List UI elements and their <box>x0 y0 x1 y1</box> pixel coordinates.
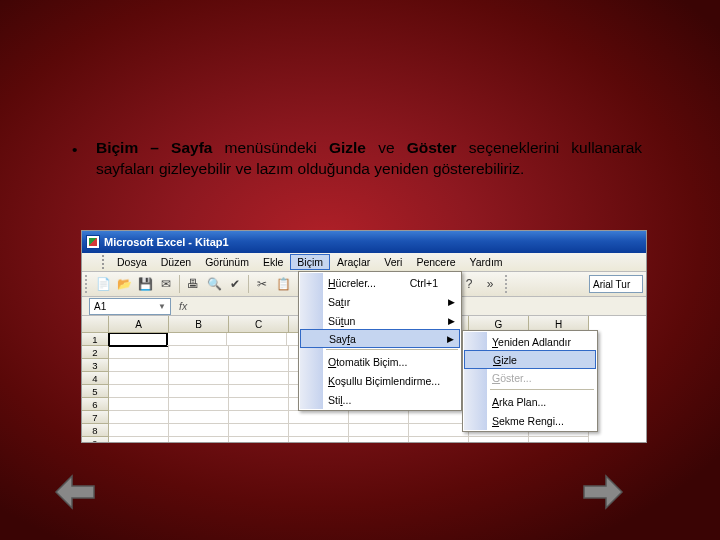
cell[interactable] <box>167 333 227 346</box>
row-header[interactable]: 1 <box>82 333 109 346</box>
cell[interactable] <box>229 424 289 437</box>
menu-item[interactable]: Koşullu Biçimlendirme... <box>300 371 460 390</box>
menubar[interactable]: Dosya Düzen Görünüm Ekle Biçim Araçlar V… <box>82 253 646 272</box>
preview-icon[interactable]: 🔍 <box>204 274 224 294</box>
cell[interactable] <box>409 424 469 437</box>
menu-item[interactable]: Hücreler...Ctrl+1 <box>300 273 460 292</box>
cell[interactable] <box>169 398 229 411</box>
row-header[interactable]: 9 <box>82 437 109 442</box>
cell[interactable] <box>169 346 229 359</box>
fx-icon[interactable]: fx <box>179 300 187 312</box>
cell[interactable] <box>169 385 229 398</box>
spell-icon[interactable]: ✔ <box>225 274 245 294</box>
help-icon[interactable]: ? <box>459 274 479 294</box>
chevron-right-icon: ▶ <box>447 334 454 344</box>
mail-icon[interactable]: ✉ <box>156 274 176 294</box>
menu-pencere[interactable]: Pencere <box>409 254 462 270</box>
row-header[interactable]: 5 <box>82 385 109 398</box>
copy-icon[interactable]: 📋 <box>273 274 293 294</box>
cell[interactable] <box>229 359 289 372</box>
col-header[interactable]: C <box>229 316 289 333</box>
row-header[interactable]: 8 <box>82 424 109 437</box>
cell[interactable] <box>229 346 289 359</box>
menu-item[interactable]: Sütun▶ <box>300 311 460 330</box>
grip-icon <box>102 255 106 269</box>
cell[interactable] <box>109 398 169 411</box>
cell[interactable] <box>109 372 169 385</box>
row-header[interactable]: 6 <box>82 398 109 411</box>
col-header[interactable]: B <box>169 316 229 333</box>
menu-item[interactable]: Sekme Rengi... <box>464 411 596 430</box>
excel-icon <box>86 235 100 249</box>
cell[interactable] <box>229 385 289 398</box>
menu-item[interactable]: Stil... <box>300 390 460 409</box>
cut-icon[interactable]: ✂ <box>252 274 272 294</box>
titlebar: Microsoft Excel - Kitap1 <box>82 231 646 253</box>
menu-dosya[interactable]: Dosya <box>110 254 154 270</box>
cell[interactable] <box>169 424 229 437</box>
cell[interactable] <box>169 359 229 372</box>
cell[interactable] <box>229 411 289 424</box>
slide-text: Biçim – Sayfa menüsündeki Gizle ve Göste… <box>96 138 642 180</box>
select-all-corner[interactable] <box>82 316 109 333</box>
menu-item[interactable]: Gizle <box>464 350 596 369</box>
cell[interactable] <box>349 411 409 424</box>
cell[interactable] <box>229 398 289 411</box>
font-selector[interactable]: Arial Tur <box>589 275 643 293</box>
cell[interactable] <box>109 385 169 398</box>
cell[interactable] <box>349 424 409 437</box>
menu-item[interactable]: Otomatik Biçim... <box>300 352 460 371</box>
menu-item[interactable]: Yeniden Adlandır <box>464 332 596 351</box>
menu-item[interactable]: Arka Plan... <box>464 392 596 411</box>
cell[interactable] <box>109 424 169 437</box>
cell[interactable] <box>409 437 469 442</box>
menu-gorunum[interactable]: Görünüm <box>198 254 256 270</box>
name-box[interactable]: A1▼ <box>89 298 171 315</box>
cell[interactable] <box>289 437 349 442</box>
new-icon[interactable]: 📄 <box>93 274 113 294</box>
cell[interactable] <box>169 437 229 442</box>
cell[interactable] <box>109 437 169 442</box>
cell[interactable] <box>289 424 349 437</box>
cell[interactable] <box>169 411 229 424</box>
menu-item[interactable]: Satır▶ <box>300 292 460 311</box>
menu-veri[interactable]: Veri <box>377 254 409 270</box>
svg-marker-0 <box>56 476 94 508</box>
row-header[interactable]: 4 <box>82 372 109 385</box>
cell[interactable] <box>529 437 589 442</box>
cell[interactable] <box>409 411 469 424</box>
menu-yardim[interactable]: Yardım <box>462 254 509 270</box>
svg-marker-1 <box>584 476 622 508</box>
dropdown-icon[interactable]: ▼ <box>158 302 166 311</box>
cell[interactable] <box>349 437 409 442</box>
cell[interactable] <box>229 372 289 385</box>
menu-item[interactable]: Sayfa▶ <box>300 329 460 348</box>
cell[interactable] <box>289 411 349 424</box>
bullet-marker: • <box>72 140 77 161</box>
more-icon[interactable]: » <box>480 274 500 294</box>
cell[interactable] <box>108 333 168 347</box>
cell[interactable] <box>109 411 169 424</box>
cell[interactable] <box>109 346 169 359</box>
cell[interactable] <box>109 359 169 372</box>
col-header[interactable]: A <box>109 316 169 333</box>
cell[interactable] <box>469 437 529 442</box>
prev-slide-button[interactable] <box>54 472 96 512</box>
cell[interactable] <box>229 437 289 442</box>
row-header[interactable]: 7 <box>82 411 109 424</box>
cell[interactable] <box>169 372 229 385</box>
menu-duzen[interactable]: Düzen <box>154 254 198 270</box>
cell[interactable] <box>227 333 287 346</box>
menu-bicim[interactable]: Biçim <box>290 254 330 270</box>
menu-ekle[interactable]: Ekle <box>256 254 290 270</box>
open-icon[interactable]: 📂 <box>114 274 134 294</box>
print-icon[interactable]: 🖶 <box>183 274 203 294</box>
separator <box>179 275 180 293</box>
save-icon[interactable]: 💾 <box>135 274 155 294</box>
next-slide-button[interactable] <box>582 472 624 512</box>
row-header[interactable]: 2 <box>82 346 109 359</box>
grip-icon <box>505 275 510 293</box>
row-header[interactable]: 3 <box>82 359 109 372</box>
window-title: Microsoft Excel - Kitap1 <box>104 236 229 248</box>
menu-araclar[interactable]: Araçlar <box>330 254 377 270</box>
